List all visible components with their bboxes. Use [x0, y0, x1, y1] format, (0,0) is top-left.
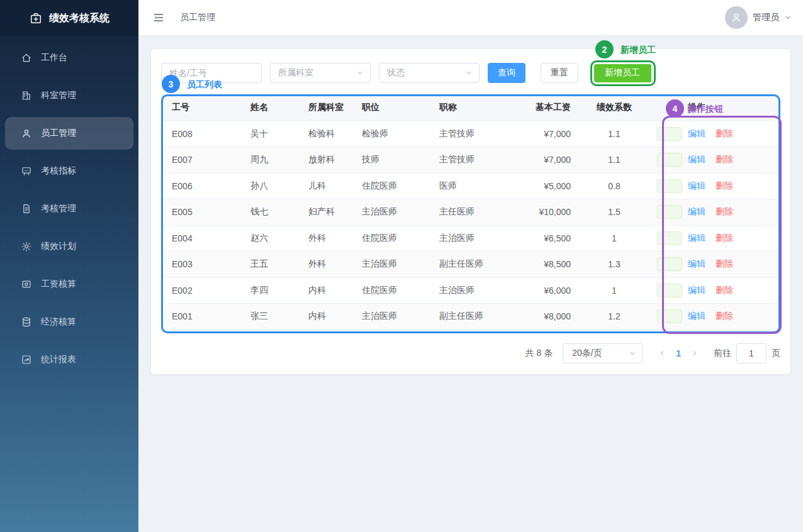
delete-link[interactable]: 删除: [716, 206, 733, 216]
cell-position: 技师: [351, 147, 429, 174]
sidebar-item-label: 考核指标: [41, 165, 76, 177]
table-row: E005钱七妇产科主治医师主任医师¥10,0001.5编辑删除: [161, 199, 780, 226]
total-count: 共 8 条: [525, 348, 553, 359]
building-icon: [21, 90, 32, 101]
current-page[interactable]: 1: [676, 348, 681, 358]
column-header: 基本工资: [523, 94, 586, 121]
cell-salary: ¥8,000: [523, 304, 586, 330]
table-row: E001张三内科主治医师副主任医师¥8,0001.2编辑删除: [161, 304, 780, 330]
cell-name: 钱七: [240, 199, 298, 226]
avatar: [725, 6, 748, 29]
sidebar-item-plans[interactable]: 绩效计划: [5, 230, 133, 263]
edit-link[interactable]: 编辑: [688, 311, 705, 321]
board-icon: [21, 165, 32, 177]
sidebar-item-employees[interactable]: 员工管理: [5, 117, 133, 150]
cell-id: E005: [161, 199, 240, 226]
next-page-icon[interactable]: [691, 350, 699, 357]
cell-position: 主治医师: [351, 304, 429, 330]
delete-link[interactable]: 删除: [716, 154, 733, 164]
edit-link[interactable]: 编辑: [688, 233, 705, 243]
cell-name: 赵六: [240, 225, 298, 252]
delete-link[interactable]: 删除: [716, 128, 733, 138]
status-tag: [657, 257, 682, 271]
table-row: E003王五外科主治医师副主任医师¥8,5001.3编辑删除: [161, 252, 780, 278]
status-tag: [657, 153, 682, 167]
cell-title: 医师: [429, 173, 523, 199]
user-menu[interactable]: 管理员: [725, 6, 792, 29]
sidebar-item-economy[interactable]: 经济核算: [5, 306, 133, 338]
edit-link[interactable]: 编辑: [688, 258, 705, 269]
prev-page-icon[interactable]: [658, 350, 666, 357]
cell-salary: ¥6,500: [523, 225, 586, 252]
status-tag: [657, 205, 682, 219]
delete-link[interactable]: 删除: [716, 180, 733, 191]
chevron-down-icon: [629, 350, 636, 357]
sidebar-item-label: 工作台: [41, 52, 67, 64]
cell-actions: 编辑删除: [677, 173, 780, 199]
add-employee-button[interactable]: 新增员工: [593, 63, 651, 83]
employee-card: 所属科室 状态 查询 重置 新增员工 工号姓名所属科室职位职称基本工资绩效系数操…: [151, 49, 790, 374]
cell-status: [643, 121, 677, 147]
search-button[interactable]: 查询: [488, 63, 525, 83]
sidebar-item-assessments[interactable]: 考核管理: [5, 192, 133, 225]
edit-link[interactable]: 编辑: [688, 128, 705, 138]
edit-link[interactable]: 编辑: [688, 154, 705, 164]
cell-coeff: 1.2: [586, 304, 643, 330]
cell-position: 住院医师: [351, 277, 429, 304]
delete-link[interactable]: 删除: [716, 233, 733, 243]
page-size-select[interactable]: 20条/页: [563, 343, 643, 363]
cell-id: E006: [161, 173, 240, 199]
sidebar-item-indicators[interactable]: 考核指标: [5, 155, 133, 187]
cell-coeff: 1.5: [586, 199, 643, 226]
user-icon: [21, 128, 32, 139]
table-row: E007周九放射科技师主管技师¥7,0001.1编辑删除: [161, 147, 780, 174]
status-tag: [657, 179, 682, 193]
database-icon: [21, 316, 32, 328]
column-header: 绩效系数: [586, 94, 643, 121]
edit-link[interactable]: 编辑: [688, 285, 705, 295]
topbar: 员工管理 管理员: [138, 0, 803, 36]
cell-title: 副主任医师: [429, 252, 523, 278]
delete-link[interactable]: 删除: [716, 258, 733, 269]
cell-actions: 编辑删除: [677, 121, 780, 147]
sidebar-item-label: 考核管理: [41, 203, 76, 214]
cell-position: 住院医师: [351, 225, 429, 252]
status-select[interactable]: 状态: [379, 63, 480, 83]
cell-title: 主治医师: [429, 225, 523, 252]
cell-actions: 编辑删除: [677, 225, 780, 252]
reset-button[interactable]: 重置: [541, 63, 578, 83]
department-select[interactable]: 所属科室: [270, 63, 371, 83]
delete-link[interactable]: 删除: [716, 311, 733, 321]
edit-link[interactable]: 编辑: [688, 206, 705, 216]
sidebar-item-salary[interactable]: 工资核算: [5, 268, 133, 301]
sidebar-item-departments[interactable]: 科室管理: [5, 79, 133, 112]
sidebar-item-label: 工资核算: [41, 279, 76, 290]
cell-salary: ¥6,000: [523, 277, 586, 304]
table-row: E006孙八儿科住院医师医师¥5,0000.8编辑删除: [161, 173, 780, 199]
sidebar-item-reports[interactable]: 统计报表: [5, 343, 133, 376]
chart-icon: [21, 354, 32, 365]
column-header: 职称: [429, 94, 523, 121]
table-row: E002李四内科住院医师主治医师¥6,0001编辑删除: [161, 277, 780, 304]
chevron-down-icon: [356, 69, 364, 77]
goto-page-input[interactable]: [736, 343, 766, 363]
cell-id: E001: [161, 304, 240, 330]
column-header: 操作: [677, 94, 780, 121]
cell-id: E003: [161, 252, 240, 278]
filter-bar: 所属科室 状态 查询 重置 新增员工: [161, 63, 780, 83]
cell-coeff: 1.1: [586, 121, 643, 147]
cell-salary: ¥5,000: [523, 173, 586, 199]
cell-title: 主管技师: [429, 121, 523, 147]
department-select-placeholder: 所属科室: [278, 67, 313, 79]
cell-name: 张三: [240, 304, 298, 330]
search-input[interactable]: [161, 63, 262, 83]
sidebar-item-workbench[interactable]: 工作台: [5, 42, 133, 74]
edit-link[interactable]: 编辑: [688, 180, 705, 191]
column-header: [643, 94, 677, 121]
sidebar-item-label: 统计报表: [41, 354, 76, 365]
delete-link[interactable]: 删除: [716, 285, 733, 295]
cell-status: [643, 277, 677, 304]
cell-name: 王五: [240, 252, 298, 278]
cell-position: 检验师: [351, 121, 429, 147]
collapse-menu-icon[interactable]: [152, 11, 165, 24]
